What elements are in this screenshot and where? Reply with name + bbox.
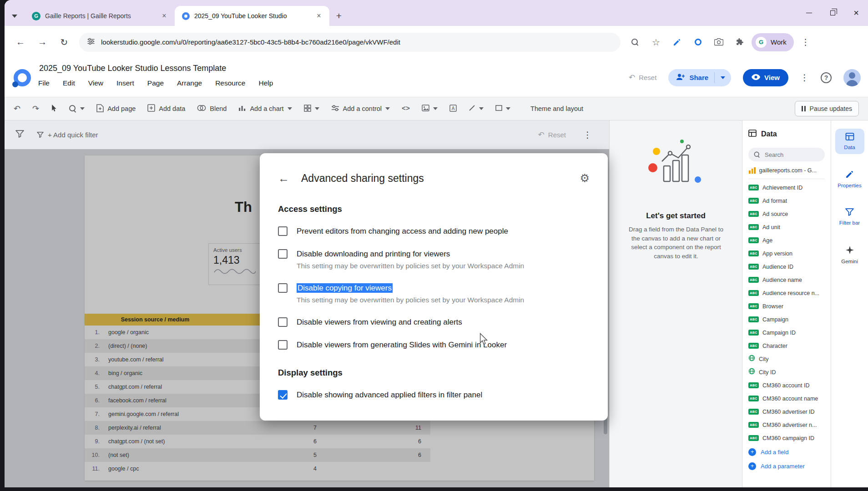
field-item[interactable]: ABCCM360 advertiser ID <box>748 405 825 418</box>
screenshot-camera-icon[interactable] <box>710 33 728 51</box>
back-arrow-icon[interactable]: ← <box>278 172 289 185</box>
filter-more-options-button[interactable]: ⋮ <box>583 130 592 140</box>
window-restore-button[interactable] <box>821 0 844 26</box>
menu-item-edit[interactable]: Edit <box>63 79 75 87</box>
pen-extension-icon[interactable] <box>668 33 686 51</box>
checkbox-unchecked[interactable] <box>278 340 288 350</box>
add-field-button[interactable]: + Add a field <box>748 446 825 459</box>
info-extension-icon[interactable] <box>689 33 707 51</box>
option-label[interactable]: Disable showing advanced applied filters… <box>297 391 482 399</box>
tab-close-icon[interactable]: × <box>159 11 169 21</box>
pause-updates-button[interactable]: Pause updates <box>795 101 859 116</box>
text-tool-button[interactable]: A <box>449 105 457 113</box>
window-close-button[interactable]: × <box>844 0 868 26</box>
help-icon[interactable]: ? <box>821 72 832 83</box>
menu-item-insert[interactable]: Insert <box>116 79 134 87</box>
rail-tab-properties[interactable]: Properties <box>835 166 864 192</box>
checkbox-unchecked[interactable] <box>278 317 288 327</box>
add-page-button[interactable]: Add page <box>96 104 136 114</box>
back-button[interactable]: ← <box>11 33 30 52</box>
add-chart-button[interactable]: Add a chart <box>238 105 292 113</box>
undo-button[interactable]: ↶ <box>14 104 20 114</box>
blend-button[interactable]: Blend <box>197 105 227 113</box>
field-item[interactable]: ABCAudience resource n... <box>748 286 825 300</box>
checkbox-unchecked[interactable] <box>278 226 288 236</box>
embed-button[interactable]: <> <box>402 105 410 113</box>
header-reset-button[interactable]: ↶ Reset <box>629 73 656 82</box>
option-label-highlighted[interactable]: Disable copying for viewers <box>297 283 393 293</box>
select-tool-button[interactable] <box>51 104 57 114</box>
option-label[interactable]: Disable viewers from generating Slides w… <box>297 341 507 349</box>
checkbox-unchecked[interactable] <box>278 249 288 259</box>
field-item[interactable]: ABCCharacter <box>748 339 825 352</box>
user-avatar[interactable] <box>843 69 861 86</box>
reload-button[interactable]: ↻ <box>55 33 74 52</box>
menu-item-resource[interactable]: Resource <box>215 79 245 87</box>
field-item[interactable]: ABCBrowser <box>748 300 825 313</box>
rail-tab-gemini[interactable]: Gemini <box>835 241 864 268</box>
option-label[interactable]: Prevent editors from changing access and… <box>297 227 508 235</box>
add-parameter-button[interactable]: + Add a parameter <box>748 460 825 473</box>
tab-close-icon[interactable]: × <box>314 11 324 21</box>
zoom-page-icon[interactable] <box>626 33 644 51</box>
view-button[interactable]: View <box>743 69 788 86</box>
field-item[interactable]: City <box>748 352 825 366</box>
field-item[interactable]: ABCCM360 account name <box>748 392 825 405</box>
url-omnibox[interactable]: lookerstudio.google.com/u/0/reporting/aa… <box>79 33 621 52</box>
theme-layout-button[interactable]: Theme and layout <box>530 105 583 112</box>
tab-search-button[interactable] <box>5 6 25 26</box>
field-item[interactable]: ABCAd format <box>748 194 825 207</box>
field-item[interactable]: City ID <box>748 366 825 379</box>
menu-item-file[interactable]: File <box>38 79 50 87</box>
option-label[interactable]: Disable viewers from viewing and creatin… <box>297 318 462 326</box>
field-item[interactable]: ABCAudience name <box>748 273 825 286</box>
extensions-puzzle-icon[interactable] <box>731 33 749 51</box>
field-item[interactable]: ABCCM360 campaign ID <box>748 431 825 445</box>
bookmark-star-icon[interactable]: ☆ <box>647 33 665 51</box>
menu-item-arrange[interactable]: Arrange <box>177 79 202 87</box>
field-item[interactable]: ABCCM360 account ID <box>748 379 825 392</box>
line-tool-button[interactable] <box>469 105 484 113</box>
rail-tab-filter-bar[interactable]: Filter bar <box>835 204 864 230</box>
gear-icon[interactable]: ⚙ <box>580 172 590 185</box>
zoom-tool-button[interactable] <box>69 105 85 112</box>
new-tab-button[interactable]: + <box>329 6 348 26</box>
field-item[interactable]: ABCAd source <box>748 207 825 220</box>
menu-item-view[interactable]: View <box>88 79 103 87</box>
browser-tab-active[interactable]: 2025_09 YouTube Looker Studio × <box>175 6 329 26</box>
forward-button[interactable]: → <box>33 33 52 52</box>
field-item[interactable]: ABCCM360 advertiser n... <box>748 418 825 431</box>
field-item[interactable]: ABCAge <box>748 234 825 247</box>
site-info-icon[interactable] <box>87 38 95 47</box>
filter-panel-icon[interactable] <box>15 130 24 140</box>
header-more-options-button[interactable]: ⋮ <box>800 72 809 83</box>
add-control-button[interactable]: Add a control <box>331 105 390 113</box>
menu-item-help[interactable]: Help <box>259 79 273 87</box>
field-search-box[interactable] <box>748 148 825 161</box>
field-item[interactable]: ABCAudience ID <box>748 260 825 273</box>
filter-reset-button[interactable]: ↶ Reset <box>538 130 566 140</box>
browser-tab-inactive[interactable]: G Gaille Reports | Gaille Reports × <box>25 6 175 26</box>
browser-menu-button[interactable]: ⋮ <box>797 33 815 51</box>
chrome-profile-chip[interactable]: G Work <box>752 33 794 51</box>
field-item[interactable]: ABCApp version <box>748 247 825 260</box>
search-input[interactable] <box>765 151 815 158</box>
shape-tool-button[interactable] <box>495 105 510 112</box>
checkbox-unchecked[interactable] <box>278 283 288 293</box>
community-viz-button[interactable] <box>304 105 319 113</box>
rail-tab-data[interactable]: Data <box>835 129 864 154</box>
checkbox-checked[interactable] <box>278 390 288 400</box>
data-source-row[interactable]: gaillereports.com - G... <box>748 161 825 179</box>
image-tool-button[interactable] <box>422 105 438 113</box>
redo-button[interactable]: ↷ <box>32 104 39 114</box>
field-item[interactable]: ABCAd unit <box>748 220 825 234</box>
field-item[interactable]: ABCCampaign <box>748 313 825 326</box>
report-title[interactable]: 2025_09 YouTube Looker Studio Lessons Te… <box>39 64 226 73</box>
add-data-button[interactable]: Add data <box>147 104 185 113</box>
share-dropdown-button[interactable] <box>715 76 731 79</box>
option-label[interactable]: Disable downloading and printing for vie… <box>297 250 450 258</box>
window-minimize-button[interactable] <box>797 0 821 26</box>
menu-item-page[interactable]: Page <box>147 79 164 87</box>
field-item[interactable]: ABCCampaign ID <box>748 326 825 339</box>
add-quick-filter-button[interactable]: + Add quick filter <box>37 131 98 139</box>
